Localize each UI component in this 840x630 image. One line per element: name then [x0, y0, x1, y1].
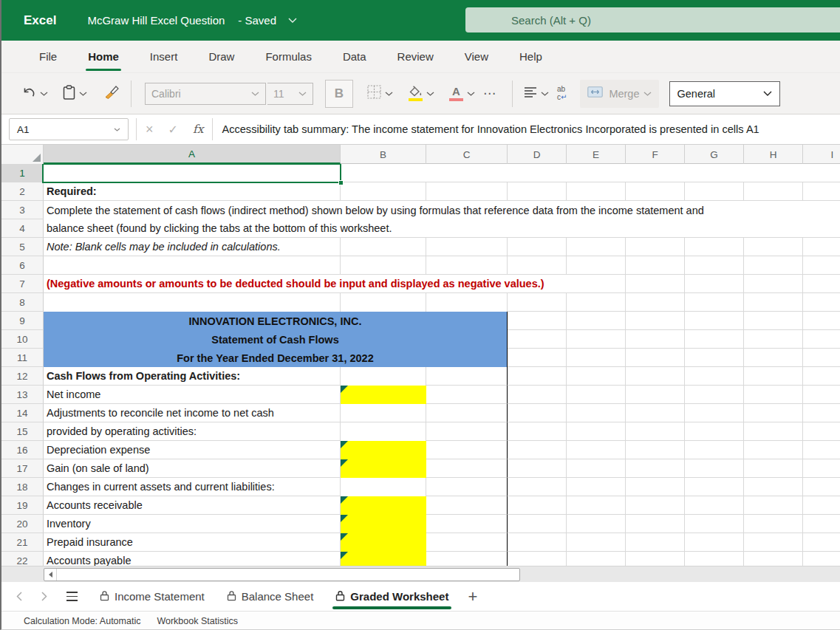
- cell-A10[interactable]: Statement of Cash Flows: [44, 330, 508, 349]
- sheet-nav-prev-icon[interactable]: [16, 592, 22, 601]
- cell-G8[interactable]: [685, 293, 744, 312]
- column-header-G[interactable]: G: [685, 145, 744, 164]
- cell-C8[interactable]: [426, 293, 508, 312]
- cell-B8[interactable]: [341, 293, 426, 312]
- cell-D15[interactable]: [508, 422, 567, 441]
- cell-A14[interactable]: Adjustments to reconcile net income to n…: [44, 404, 341, 422]
- row-header-21[interactable]: 21: [1, 533, 44, 552]
- cell-B17[interactable]: [341, 459, 426, 478]
- cell-G14[interactable]: [685, 404, 744, 422]
- cell-C16[interactable]: [426, 441, 508, 459]
- cell-D16[interactable]: [508, 441, 567, 459]
- cell-E19[interactable]: [567, 496, 626, 515]
- cell-H8[interactable]: [744, 293, 803, 312]
- cell-E21[interactable]: [567, 533, 626, 552]
- cell-F19[interactable]: [626, 496, 685, 515]
- row-header-13[interactable]: 13: [1, 386, 44, 404]
- cell-I10[interactable]: [803, 330, 840, 349]
- cell-D12[interactable]: [508, 367, 567, 386]
- insert-function-icon[interactable]: fx: [193, 123, 203, 136]
- cell-A11[interactable]: For the Year Ended December 31, 2022: [44, 349, 508, 367]
- cell-D20[interactable]: [508, 515, 567, 533]
- excel-logo[interactable]: Excel: [24, 13, 56, 28]
- tab-draw[interactable]: Draw: [193, 42, 250, 71]
- cell-I19[interactable]: [803, 496, 840, 515]
- cell-A4[interactable]: balance sheet (found by clicking the tab…: [44, 219, 840, 238]
- borders-button[interactable]: [365, 82, 395, 105]
- cancel-icon[interactable]: ×: [146, 122, 154, 137]
- cell-G20[interactable]: [685, 515, 744, 533]
- cell-H12[interactable]: [744, 367, 803, 386]
- wrap-text-button[interactable]: ab c↵: [557, 86, 567, 101]
- cell-G15[interactable]: [685, 422, 744, 441]
- cell-A18[interactable]: Changes in current assets and current li…: [44, 478, 341, 496]
- tab-help[interactable]: Help: [504, 42, 558, 71]
- cell-I7[interactable]: [803, 275, 840, 293]
- cell-C2[interactable]: [426, 182, 508, 201]
- cell-E2[interactable]: [567, 182, 626, 201]
- cell-H6[interactable]: [744, 256, 803, 275]
- cell-H17[interactable]: [744, 459, 803, 478]
- cell-G9[interactable]: [685, 312, 744, 330]
- cell-C18[interactable]: [426, 478, 508, 496]
- cell-D19[interactable]: [508, 496, 567, 515]
- cell-C22[interactable]: [426, 552, 508, 566]
- scroll-left-button[interactable]: [44, 569, 57, 581]
- select-all-corner[interactable]: [1, 145, 44, 164]
- cell-H11[interactable]: [744, 349, 803, 367]
- sheet-tab-graded-worksheet[interactable]: Graded Worksheet: [335, 582, 448, 611]
- merge-button[interactable]: Merge: [580, 80, 658, 108]
- paste-button[interactable]: [61, 82, 89, 106]
- cell-B16[interactable]: [341, 441, 426, 459]
- document-title[interactable]: McGraw Hill Excel Question: [87, 14, 225, 27]
- cell-H13[interactable]: [744, 386, 803, 404]
- cell-H14[interactable]: [744, 404, 803, 422]
- cell-E12[interactable]: [567, 367, 626, 386]
- cell-G21[interactable]: [685, 533, 744, 552]
- fill-color-chevron-icon[interactable]: [426, 92, 434, 96]
- cell-I21[interactable]: [803, 533, 840, 552]
- cell-A5[interactable]: Note: Blank cells may be included in cal…: [44, 238, 341, 256]
- cell-A13[interactable]: Net income: [44, 386, 341, 404]
- row-header-14[interactable]: 14: [1, 404, 44, 422]
- align-button[interactable]: [522, 83, 551, 104]
- cell-A22[interactable]: Accounts payable: [44, 552, 341, 566]
- search-input[interactable]: Search (Alt + Q): [465, 7, 840, 32]
- column-header-H[interactable]: H: [744, 145, 803, 164]
- undo-button[interactable]: [19, 83, 50, 105]
- cell-E10[interactable]: [567, 330, 626, 349]
- cell-D21[interactable]: [508, 533, 567, 552]
- cell-F21[interactable]: [626, 533, 685, 552]
- row-header-11[interactable]: 11: [1, 349, 44, 367]
- cell-G13[interactable]: [685, 386, 744, 404]
- column-header-I[interactable]: I: [803, 145, 840, 164]
- font-color-chevron-icon[interactable]: [467, 92, 475, 96]
- cell-H19[interactable]: [744, 496, 803, 515]
- cell-B20[interactable]: [341, 515, 426, 533]
- cell-I11[interactable]: [803, 349, 840, 367]
- cell-E15[interactable]: [567, 422, 626, 441]
- calculation-mode-status[interactable]: Calculation Mode: Automatic: [24, 616, 140, 626]
- row-header-20[interactable]: 20: [1, 515, 44, 533]
- bold-button[interactable]: B: [325, 80, 353, 108]
- column-header-C[interactable]: C: [426, 145, 508, 164]
- cell-G12[interactable]: [685, 367, 744, 386]
- cell-D2[interactable]: [508, 182, 567, 201]
- cell-G2[interactable]: [685, 182, 744, 201]
- cell-B22[interactable]: [341, 552, 426, 566]
- horizontal-scrollbar-thumb[interactable]: [44, 568, 520, 581]
- cell-H18[interactable]: [744, 478, 803, 496]
- tab-view[interactable]: View: [449, 42, 504, 71]
- cell-C19[interactable]: [426, 496, 508, 515]
- cell-B12[interactable]: [341, 367, 426, 386]
- cell-I13[interactable]: [803, 386, 840, 404]
- cell-I18[interactable]: [803, 478, 840, 496]
- number-format-select[interactable]: General: [669, 81, 780, 106]
- cell-C15[interactable]: [426, 422, 508, 441]
- merge-chevron-icon[interactable]: [643, 92, 652, 96]
- cell-H9[interactable]: [744, 312, 803, 330]
- horizontal-scrollbar[interactable]: [1, 566, 840, 582]
- title-chevron-down-icon[interactable]: [288, 18, 297, 23]
- cell-A21[interactable]: Prepaid insurance: [44, 533, 341, 552]
- enter-icon[interactable]: ✓: [168, 123, 178, 137]
